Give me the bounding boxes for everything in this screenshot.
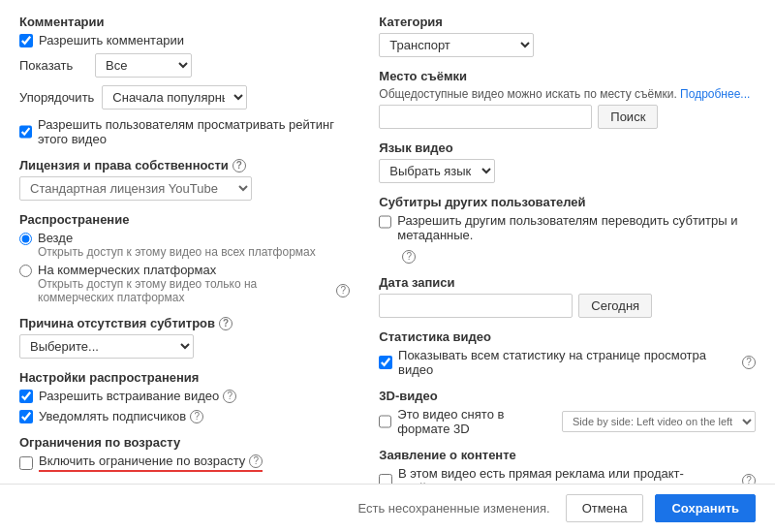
user-subtitles-row: Разрешить другим пользователям переводит… <box>379 213 756 242</box>
stats-help-icon[interactable]: ? <box>742 356 756 369</box>
allow-comments-label: Разрешить комментарии <box>39 33 184 47</box>
sort-label: Упорядочить <box>19 90 94 105</box>
sort-select[interactable]: Сначала популярные Сначала новые <box>102 85 247 110</box>
video3d-label: Это видео снято в формате 3D <box>397 407 554 436</box>
video3d-select[interactable]: Side by side: Left video on the left sid… <box>562 411 756 432</box>
subtitle-cause-section: Причина отсутствия субтитров ? Выберите.… <box>19 316 350 359</box>
show-label: Показать <box>19 58 87 73</box>
location-search-row: Поиск <box>379 105 756 129</box>
stats-section: Статистика видео Показывать всем статист… <box>379 329 756 377</box>
show-select[interactable]: Все Одобренные Нет <box>95 53 192 78</box>
location-info: Общедоступные видео можно искать по мест… <box>379 87 756 101</box>
video3d-section: 3D-видео Это видео снято в формате 3D Si… <box>379 389 756 436</box>
sort-row: Упорядочить Сначала популярные Сначала н… <box>19 85 350 110</box>
left-column: Комментарии Разрешить комментарии Показа… <box>19 15 369 507</box>
license-section: Лицензия и права собственности ? Стандар… <box>19 158 350 201</box>
location-search-button[interactable]: Поиск <box>598 105 658 129</box>
distribution-everywhere-label: Везде <box>38 231 316 245</box>
allow-comments-checkbox[interactable] <box>19 34 33 47</box>
stats-title: Статистика видео <box>379 329 756 344</box>
date-input[interactable] <box>379 294 573 318</box>
location-section: Место съёмки Общедоступные видео можно и… <box>379 69 756 129</box>
distribution-everywhere-group: Везде Открыть доступ к этому видео на вс… <box>38 231 316 259</box>
location-search-input[interactable] <box>379 105 592 129</box>
embed-label: Разрешить встраивание видео ? <box>39 389 236 403</box>
license-select[interactable]: Стандартная лицензия YouTube Creative Co… <box>19 176 252 201</box>
user-subtitles-section: Субтитры других пользователей Разрешить … <box>379 195 756 264</box>
notify-checkbox[interactable] <box>19 410 33 423</box>
subtitle-cause-help-icon[interactable]: ? <box>219 317 232 330</box>
record-date-title: Дата записи <box>379 275 756 290</box>
bottom-bar: Есть несохраненные изменения. Отмена Сох… <box>0 484 775 532</box>
notify-label: Уведомлять подписчиков ? <box>39 409 203 423</box>
user-subtitles-title: Субтитры других пользователей <box>379 195 756 209</box>
user-subtitles-help-icon[interactable]: ? <box>402 250 416 264</box>
category-title: Категория <box>379 15 756 29</box>
spread-settings-section: Настройки распространения Разрешить встр… <box>19 370 350 423</box>
embed-help-icon[interactable]: ? <box>223 390 236 403</box>
rating-label: Разрешить пользователям просматривать ре… <box>38 117 350 146</box>
video3d-checkbox[interactable] <box>379 415 391 428</box>
today-button[interactable]: Сегодня <box>578 294 652 318</box>
right-column: Категория Транспорт Авто и транспорт Муз… <box>369 15 756 507</box>
stats-row: Показывать всем статистику на странице п… <box>379 348 756 377</box>
distribution-commercial-label: На коммерческих платформах <box>38 263 350 277</box>
cancel-button[interactable]: Отмена <box>566 494 644 522</box>
license-help-icon[interactable]: ? <box>232 159 246 172</box>
distribution-commercial-sub: Открыть доступ к этому видео только на к… <box>38 277 350 304</box>
age-title: Ограничения по возрасту <box>19 435 350 450</box>
subtitle-cause-select[interactable]: Выберите... Субтитры неприменимы Субтитр… <box>19 334 194 359</box>
license-title: Лицензия и права собственности ? <box>19 158 246 172</box>
distribution-everywhere-radio[interactable] <box>19 233 32 245</box>
spread-settings-title: Настройки распространения <box>19 370 350 385</box>
age-restriction-row: Включить ограничение по возрасту ? <box>19 454 350 472</box>
distribution-section: Распространение Везде Открыть доступ к э… <box>19 212 350 304</box>
location-title: Место съёмки <box>379 69 756 83</box>
distribution-commercial-radio[interactable] <box>19 265 32 277</box>
allow-comments-row: Разрешить комментарии <box>19 33 350 47</box>
show-row: Показать Все Одобренные Нет <box>19 53 350 78</box>
category-select[interactable]: Транспорт Авто и транспорт Музыка Спорт … <box>379 33 534 57</box>
comments-title: Комментарии <box>19 15 350 29</box>
age-help-icon[interactable]: ? <box>249 454 263 468</box>
content-declaration-title: Заявление о контенте <box>379 448 756 462</box>
date-row: Сегодня <box>379 294 756 318</box>
location-info-normal: Общедоступные видео можно искать по мест… <box>379 87 676 101</box>
distribution-title: Распространение <box>19 212 350 227</box>
language-title: Язык видео <box>379 141 756 155</box>
notify-row: Уведомлять подписчиков ? <box>19 409 350 423</box>
record-date-section: Дата записи Сегодня <box>379 275 756 318</box>
comments-section: Комментарии Разрешить комментарии Показа… <box>19 15 350 146</box>
user-subtitles-label: Разрешить другим пользователям переводит… <box>397 213 756 242</box>
age-section: Ограничения по возрасту Включить огранич… <box>19 435 350 472</box>
distribution-help-icon[interactable]: ? <box>336 284 350 297</box>
stats-label: Показывать всем статистику на странице п… <box>398 348 756 377</box>
distribution-everywhere-row: Везде Открыть доступ к этому видео на вс… <box>19 231 350 259</box>
video3d-row: Это видео снято в формате 3D Side by sid… <box>379 407 756 436</box>
rating-row: Разрешить пользователям просматривать ре… <box>19 117 350 146</box>
notify-help-icon[interactable]: ? <box>190 410 203 423</box>
distribution-everywhere-sub: Открыть доступ к этому видео на всех пла… <box>38 245 316 259</box>
embed-row: Разрешить встраивание видео ? <box>19 389 350 403</box>
video3d-title: 3D-видео <box>379 389 756 403</box>
age-restriction-checkbox[interactable] <box>19 456 33 470</box>
rating-checkbox[interactable] <box>19 125 32 139</box>
distribution-commercial-row: На коммерческих платформах Открыть досту… <box>19 263 350 304</box>
save-button[interactable]: Сохранить <box>655 494 756 522</box>
age-restriction-label: Включить ограничение по возрасту ? <box>39 454 263 472</box>
user-subtitles-checkbox[interactable] <box>379 215 391 229</box>
subtitle-cause-title: Причина отсутствия субтитров ? <box>19 316 232 330</box>
category-section: Категория Транспорт Авто и транспорт Муз… <box>379 15 756 57</box>
unsaved-text: Есть несохраненные изменения. <box>357 501 549 516</box>
stats-checkbox[interactable] <box>379 356 392 369</box>
language-select[interactable]: Выбрать язык Русский English <box>379 159 495 183</box>
language-section: Язык видео Выбрать язык Русский English <box>379 141 756 183</box>
embed-checkbox[interactable] <box>19 390 33 403</box>
location-info-link[interactable]: Подробнее... <box>680 87 750 101</box>
distribution-commercial-group: На коммерческих платформах Открыть досту… <box>38 263 350 304</box>
